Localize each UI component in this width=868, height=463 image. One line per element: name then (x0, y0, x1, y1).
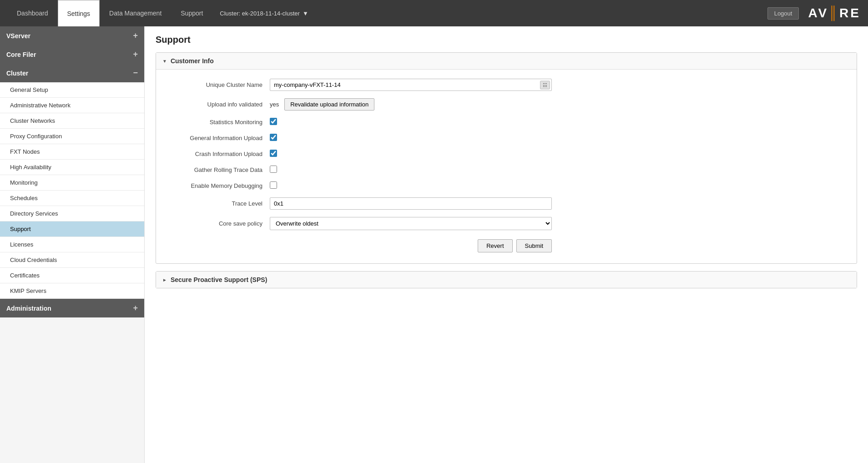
crash-info-upload-field (270, 150, 552, 158)
trace-level-input[interactable] (270, 197, 552, 210)
upload-info-validated-field: yes Revalidate upload information (270, 98, 552, 111)
logo: AV║RE (808, 6, 861, 20)
gather-rolling-trace-checkbox[interactable] (270, 166, 277, 173)
sidebar-section-vserver[interactable]: VServer + (0, 26, 144, 45)
topbar-right: Logout AV║RE (767, 6, 861, 20)
sidebar-item-support[interactable]: Support (0, 221, 144, 237)
vserver-expand-icon: + (133, 31, 138, 40)
sidebar-item-certificates[interactable]: Certificates (0, 268, 144, 283)
sidebar-item-general-setup[interactable]: General Setup (0, 82, 144, 98)
gather-rolling-trace-label: Gather Rolling Trace Data (170, 166, 270, 173)
cluster-items: General SetupAdministrative NetworkClust… (0, 82, 144, 299)
statistics-monitoring-checkbox[interactable] (270, 118, 277, 125)
general-info-upload-label: General Information Upload (170, 135, 270, 141)
sidebar-item-directory-services[interactable]: Directory Services (0, 206, 144, 221)
enable-memory-debug-label: Enable Memory Debugging (170, 182, 270, 189)
unique-cluster-name-row: Unique Cluster Name ☷ (170, 79, 843, 91)
upload-info-validated-label: Upload info validated (170, 101, 270, 108)
tab-settings[interactable]: Settings (58, 0, 100, 26)
sidebar-item-administrative-network[interactable]: Administrative Network (0, 98, 144, 113)
upload-validated-group: yes Revalidate upload information (270, 98, 552, 111)
tab-dashboard[interactable]: Dashboard (7, 0, 58, 26)
crash-info-upload-label: Crash Information Upload (170, 151, 270, 157)
trace-level-field (270, 197, 552, 210)
page-title: Support (156, 35, 857, 45)
main-layout: VServer + Core Filer + Cluster − General… (0, 26, 868, 463)
trace-level-label: Trace Level (170, 200, 270, 207)
sps-header[interactable]: ► Secure Proactive Support (SPS) (156, 272, 857, 288)
administration-expand-icon: + (133, 303, 138, 313)
enable-memory-debug-row: Enable Memory Debugging (170, 181, 843, 190)
revert-button[interactable]: Revert (478, 239, 512, 252)
sidebar-section-core-filer[interactable]: Core Filer + (0, 45, 144, 64)
form-buttons: Revert Submit (170, 239, 552, 252)
cluster-name-icon-button[interactable]: ☷ (540, 81, 550, 89)
statistics-monitoring-row: Statistics Monitoring (170, 118, 843, 126)
unique-cluster-name-field: ☷ (270, 79, 552, 91)
general-info-upload-field (270, 134, 552, 142)
core-save-policy-field: Overwrite oldest Keep newest Disabled (270, 217, 552, 230)
tab-data-management[interactable]: Data Management (100, 0, 171, 26)
revalidate-button[interactable]: Revalidate upload information (284, 98, 374, 111)
general-info-upload-checkbox[interactable] (270, 134, 277, 141)
sidebar-section-cluster[interactable]: Cluster − (0, 64, 144, 82)
statistics-monitoring-label: Statistics Monitoring (170, 119, 270, 126)
customer-info-header[interactable]: ▼ Customer Info (156, 53, 857, 70)
content-area: Support ▼ Customer Info Unique Cluster N… (145, 26, 868, 463)
unique-cluster-name-label: Unique Cluster Name (170, 81, 270, 88)
sps-panel: ► Secure Proactive Support (SPS) (156, 271, 857, 288)
sps-arrow-icon: ► (162, 277, 167, 282)
enable-memory-debug-checkbox[interactable] (270, 181, 277, 189)
core-filer-expand-icon: + (133, 50, 138, 59)
cluster-expand-icon: − (133, 68, 138, 78)
sidebar-section-administration[interactable]: Administration + (0, 299, 144, 317)
sidebar-item-high-availability[interactable]: High Availability (0, 160, 144, 175)
sidebar-item-kmip-servers[interactable]: KMIP Servers (0, 283, 144, 299)
upload-validated-value: yes (270, 101, 279, 108)
submit-button[interactable]: Submit (516, 239, 552, 252)
core-save-policy-select[interactable]: Overwrite oldest Keep newest Disabled (270, 217, 552, 230)
sidebar-item-licenses[interactable]: Licenses (0, 237, 144, 252)
customer-info-panel: ▼ Customer Info Unique Cluster Name ☷ Up… (156, 52, 857, 264)
gather-rolling-trace-field (270, 166, 552, 174)
cluster-selector[interactable]: Cluster: ek-2018-11-14-cluster ▼ (220, 10, 308, 17)
chevron-down-icon: ▼ (303, 10, 308, 17)
sidebar-item-cloud-credentials[interactable]: Cloud Credentials (0, 252, 144, 268)
customer-info-body: Unique Cluster Name ☷ Upload info valida… (156, 70, 857, 263)
crash-info-upload-checkbox[interactable] (270, 150, 277, 157)
gather-rolling-trace-row: Gather Rolling Trace Data (170, 166, 843, 174)
sidebar-item-schedules[interactable]: Schedules (0, 191, 144, 206)
crash-info-upload-row: Crash Information Upload (170, 150, 843, 158)
logout-button[interactable]: Logout (767, 7, 799, 20)
sidebar-item-monitoring[interactable]: Monitoring (0, 175, 144, 191)
enable-memory-debug-field (270, 181, 552, 190)
nav-tabs: Dashboard Settings Data Management Suppo… (7, 0, 308, 26)
general-info-upload-row: General Information Upload (170, 134, 843, 142)
sidebar-item-fxt-nodes[interactable]: FXT Nodes (0, 144, 144, 160)
core-save-policy-row: Core save policy Overwrite oldest Keep n… (170, 217, 843, 230)
unique-cluster-name-input[interactable] (270, 79, 552, 91)
upload-info-validated-row: Upload info validated yes Revalidate upl… (170, 98, 843, 111)
core-save-policy-label: Core save policy (170, 220, 270, 227)
trace-level-row: Trace Level (170, 197, 843, 210)
topbar: Dashboard Settings Data Management Suppo… (0, 0, 868, 26)
statistics-monitoring-field (270, 118, 552, 126)
tab-support[interactable]: Support (171, 0, 212, 26)
sidebar-item-cluster-networks[interactable]: Cluster Networks (0, 113, 144, 129)
customer-info-arrow-icon: ▼ (162, 59, 167, 64)
sidebar-item-proxy-configuration[interactable]: Proxy Configuration (0, 129, 144, 144)
sidebar: VServer + Core Filer + Cluster − General… (0, 26, 145, 463)
